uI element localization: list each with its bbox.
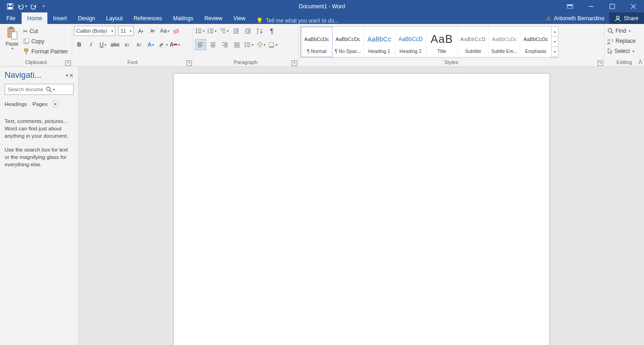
style-emphasis[interactable]: AaBbCcDcEmphasis (520, 27, 551, 57)
paragraph-dialog-launcher[interactable]: ⬊ (292, 60, 297, 66)
styles-scroll-up[interactable]: ▴ (552, 27, 558, 37)
style-heading-1[interactable]: AaBbCcHeading 1 (364, 27, 395, 57)
close-button[interactable] (623, 0, 644, 12)
bullets-button[interactable]: ▾ (195, 26, 205, 36)
styles-dialog-launcher[interactable]: ⬊ (598, 60, 603, 66)
nav-tab-headings[interactable]: Headings (5, 101, 27, 107)
strikethrough-button[interactable]: abc (110, 40, 120, 50)
clear-formatting-button[interactable] (172, 26, 182, 36)
change-case-button[interactable]: Aa▾ (160, 26, 170, 36)
numbering-icon: 123 (207, 28, 214, 34)
style-heading-2[interactable]: AaBbCcDHeading 2 (395, 27, 426, 57)
superscript-button[interactable]: x2 (134, 40, 144, 50)
styles-expand[interactable]: ▾ (552, 47, 558, 57)
numbering-button[interactable]: 123▾ (207, 26, 217, 36)
maximize-button[interactable] (602, 0, 623, 12)
tell-me-search[interactable]: 💡 Tell me what you want to do... (251, 18, 339, 24)
redo-button[interactable] (29, 1, 40, 12)
clipboard-dialog-launcher[interactable]: ⬊ (65, 60, 71, 66)
tab-home[interactable]: Home (22, 12, 47, 24)
document-area[interactable] (79, 67, 644, 345)
find-button[interactable]: Find▾ (606, 26, 632, 36)
style-subtle-emphasis[interactable]: AaBbCcDcSubtle Em... (489, 27, 520, 57)
work-area: Navigati... ▾ ✕ ▾ Headings Pages ▸ Text,… (0, 67, 644, 345)
window-title: Document1 - Word (299, 3, 345, 10)
shrink-font-button[interactable]: A▾ (148, 26, 158, 36)
group-paragraph: ▾ 123▾ ▾ AZ ¶ ▾ ▾ ▾ Paragraph⬊ (193, 24, 299, 66)
select-button[interactable]: Select▾ (606, 46, 635, 56)
nav-search-box[interactable]: ▾ (5, 84, 74, 95)
tab-references[interactable]: References (128, 12, 167, 24)
nav-search-input[interactable] (7, 86, 46, 93)
highlight-button[interactable]: ▾ (158, 40, 168, 50)
account-button[interactable]: ⚠ Antoneth Bernardino (541, 15, 609, 22)
multilevel-list-button[interactable]: ▾ (219, 26, 229, 36)
cut-button[interactable]: ✂Cut (22, 26, 69, 36)
show-marks-button[interactable]: ¶ (267, 26, 277, 36)
nav-close-button[interactable]: ✕ (69, 72, 74, 79)
save-button[interactable] (5, 1, 16, 12)
borders-button[interactable]: ▾ (268, 40, 278, 50)
ribbon-display-options[interactable] (559, 0, 581, 12)
nav-search-menu[interactable]: ▾ (53, 88, 55, 92)
nav-help-text-1: Text, comments, pictures... Word can fin… (5, 117, 74, 140)
customize-qat-button[interactable]: ▾ (40, 1, 47, 12)
italic-button[interactable]: I (86, 40, 96, 50)
tab-mailings[interactable]: Mailings (167, 12, 199, 24)
style-no-spacing[interactable]: AaBbCcDc¶ No Spac... (333, 27, 364, 57)
nav-tab-more[interactable]: ▸ (53, 100, 58, 107)
replace-icon: abac (607, 38, 614, 44)
align-right-button[interactable] (220, 40, 230, 50)
collapse-ribbon-button[interactable]: ᐱ (638, 59, 642, 65)
search-icon (607, 28, 614, 34)
page-canvas[interactable] (173, 73, 550, 345)
bold-button[interactable]: B (74, 40, 84, 50)
highlighter-icon (158, 41, 165, 48)
shading-button[interactable]: ▾ (256, 40, 266, 50)
replace-button[interactable]: abacReplace (606, 36, 637, 46)
tab-insert[interactable]: Insert (47, 12, 72, 24)
grow-font-button[interactable]: A▴ (136, 26, 146, 36)
svg-line-73 (50, 90, 52, 92)
search-icon[interactable] (46, 86, 52, 93)
underline-button[interactable]: U▾ (98, 40, 108, 50)
tab-file[interactable]: File (0, 12, 22, 24)
font-name-combo[interactable]: Calibri (Body)▾ (74, 26, 115, 36)
style-normal[interactable]: AaBbCcDc¶ Normal (301, 27, 333, 57)
copy-button[interactable]: Copy (22, 36, 69, 47)
align-center-button[interactable] (208, 40, 218, 50)
paste-button[interactable]: Paste ▾ (2, 25, 22, 52)
copy-icon (23, 38, 29, 45)
eraser-icon (173, 28, 180, 34)
increase-indent-button[interactable] (243, 26, 253, 36)
subscript-button[interactable]: x2 (122, 40, 132, 50)
window-controls (559, 0, 644, 12)
paste-icon (6, 26, 18, 41)
tab-view[interactable]: View (228, 12, 251, 24)
svg-point-21 (196, 30, 197, 31)
decrease-indent-button[interactable] (231, 26, 241, 36)
undo-button[interactable]: ▾ (17, 1, 28, 12)
line-spacing-button[interactable]: ▾ (244, 40, 254, 50)
style-subtitle[interactable]: AaBbCcDSubtitle (458, 27, 489, 57)
nav-tab-pages[interactable]: Pages (33, 101, 48, 107)
style-title[interactable]: AaBTitle (426, 27, 458, 57)
format-painter-button[interactable]: Format Painter (22, 47, 69, 57)
sort-button[interactable]: AZ (255, 26, 265, 36)
font-size-combo[interactable]: 11▾ (118, 26, 134, 36)
tab-review[interactable]: Review (199, 12, 228, 24)
font-dialog-launcher[interactable]: ⬊ (186, 60, 192, 66)
align-left-button[interactable] (195, 39, 206, 50)
nav-menu-button[interactable]: ▾ (66, 73, 68, 78)
styles-scroll-down[interactable]: ▾ (552, 37, 558, 47)
group-font: Calibri (Body)▾ 11▾ A▴ A▾ Aa▾ B I U▾ abc… (72, 24, 193, 66)
tell-me-placeholder: Tell me what you want to do... (266, 18, 339, 24)
tab-layout[interactable]: Layout (101, 12, 128, 24)
tab-design[interactable]: Design (72, 12, 100, 24)
text-effects-button[interactable]: A▾ (146, 40, 156, 50)
font-color-button[interactable]: A▾ (170, 40, 180, 50)
share-button[interactable]: Share (609, 12, 644, 24)
ribbon: Paste ▾ ✂Cut Copy Format Painter Clipboa… (0, 24, 644, 67)
minimize-button[interactable] (581, 0, 602, 12)
justify-button[interactable] (232, 40, 242, 50)
